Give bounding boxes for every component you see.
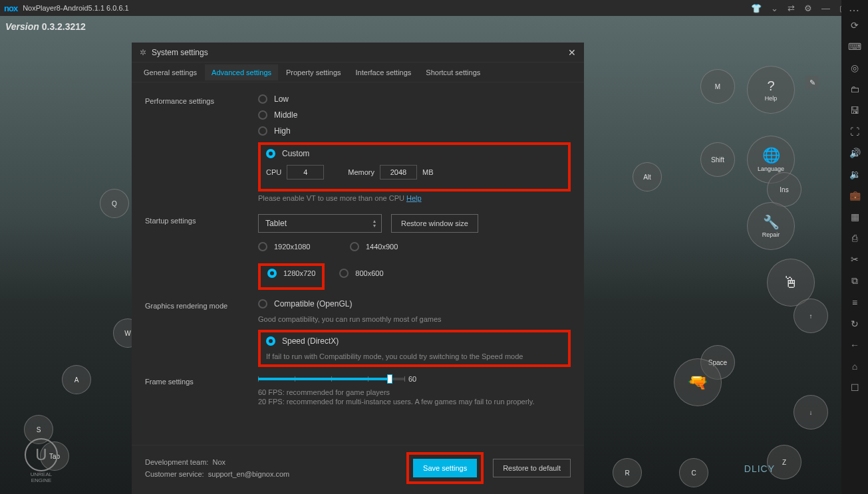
graphics-label: Graphics rendering mode	[145, 299, 258, 370]
gun-wheel[interactable]: 🔫	[674, 358, 722, 406]
tab-advanced[interactable]: Advanced settings	[205, 64, 278, 80]
policy-text: DLICY	[744, 463, 775, 474]
emulator-sidebar: ⋯ ⟳ ⌨ ◎ 🗀 🖫 ⛶ 🔊 🔉 💼 ▦ ⎙ ✂ ⧉ ≡ ↻ ← ⌂ ☐	[841, 0, 868, 494]
arrow-down-key[interactable]: ↓	[794, 395, 828, 430]
volume-up-icon[interactable]: 🔊	[849, 148, 861, 158]
highlight-1280x720: 1280x720	[258, 263, 325, 290]
performance-label: Performance settings	[145, 94, 258, 209]
game-version: Version 0.3.2.3212	[5, 21, 86, 32]
settings-body: Performance settings Low Middle High Cus…	[132, 82, 584, 452]
fps-hint-60: 60 FPS: recommended for game players	[258, 388, 571, 396]
memory-label: Memory	[348, 168, 374, 176]
key-shift[interactable]: Shift	[700, 142, 735, 177]
dialog-title: System settings	[152, 48, 208, 57]
res-800x600[interactable]: 800x600	[339, 263, 383, 283]
key-r[interactable]: R	[613, 458, 642, 487]
memory-unit: MB	[422, 168, 434, 176]
recent-icon[interactable]: ☐	[851, 382, 859, 393]
fps-hint-20: 20 FPS: recommended for multi-instance u…	[258, 398, 571, 406]
graphics-compatible[interactable]: Compatible (OpenGL)	[258, 299, 571, 309]
highlight-speed: Speed (DirectX) If fail to run with Comp…	[258, 330, 571, 367]
service-label: Customer service:	[145, 470, 204, 478]
key-a[interactable]: A	[62, 365, 91, 394]
compat-hint: Good compatibility, you can run smoothly…	[258, 315, 571, 323]
title-bar: nox NoxPlayer8-Android5.1.1 6.0.6.1 👕 ⌄ …	[0, 0, 868, 16]
key-alt[interactable]: Alt	[633, 162, 662, 191]
refresh-icon[interactable]: ↻	[851, 318, 859, 329]
restore-window-size-button[interactable]: Restore window size	[391, 214, 478, 233]
dialog-header: ✲ System settings ✕	[132, 43, 584, 62]
menu-icon[interactable]: ≡	[852, 297, 857, 308]
scissors-icon[interactable]: ✂	[851, 254, 859, 265]
highlight-custom: Custom CPU Memory MB	[258, 142, 571, 191]
key-m[interactable]: M	[700, 69, 735, 104]
key-z[interactable]: Z	[767, 445, 801, 479]
speed-hint: If fail to run with Compatibility mode, …	[266, 352, 563, 360]
apk-icon[interactable]: ⎙	[852, 233, 857, 243]
service-value: support_en@bignox.com	[208, 470, 289, 478]
system-settings-dialog: ✲ System settings ✕ General settings Adv…	[132, 43, 584, 494]
keyboard-icon[interactable]: ⌨	[848, 41, 861, 52]
help-wheel[interactable]: ?Help	[747, 66, 795, 114]
perf-high[interactable]: High	[258, 126, 571, 136]
more-icon[interactable]: ⋯	[849, 4, 860, 17]
perf-custom[interactable]: Custom	[266, 149, 563, 158]
location-icon[interactable]: ◎	[851, 62, 859, 73]
vt-hint: Please enable VT to use more than one CP…	[258, 194, 571, 202]
cpu-label: CPU	[266, 168, 281, 176]
res-1280x720[interactable]: 1280x720	[267, 269, 315, 278]
gear-icon: ✲	[140, 48, 146, 57]
multi-window-icon[interactable]: ⧉	[851, 275, 858, 287]
edit-icon[interactable]: ✎	[805, 76, 819, 89]
minimize-icon[interactable]: —	[821, 3, 830, 13]
startup-label: Startup settings	[145, 214, 258, 290]
res-1440x900[interactable]: 1440x900	[350, 242, 436, 251]
shuffle-icon[interactable]: ⇄	[788, 3, 795, 13]
help-link[interactable]: Help	[406, 194, 422, 202]
emulator-viewport: Version 0.3.2.3212 Q W A S Tab ?Help M ✎…	[0, 16, 841, 494]
tab-interface[interactable]: Interface settings	[356, 68, 412, 76]
team-value: Nox	[213, 458, 226, 466]
tab-general[interactable]: General settings	[144, 68, 197, 76]
unreal-logo: U UNREAL ENGINE	[15, 434, 68, 487]
frame-value: 60	[408, 375, 416, 383]
tab-shortcut[interactable]: Shortcut settings	[426, 68, 480, 76]
perf-middle[interactable]: Middle	[258, 110, 571, 120]
save-icon[interactable]: 🖫	[850, 105, 859, 116]
back-icon[interactable]: ←	[850, 340, 859, 350]
chevron-down-icon[interactable]: ⌄	[771, 3, 778, 13]
frame-slider[interactable]	[258, 378, 404, 380]
chevron-updown-icon: ▴▾	[373, 219, 376, 228]
team-label: Development team:	[145, 458, 208, 466]
tab-property[interactable]: Property settings	[286, 68, 341, 76]
arrow-up-key[interactable]: ↑	[794, 299, 828, 333]
volume-down-icon[interactable]: 🔉	[849, 169, 861, 180]
rotate-icon[interactable]: ⟳	[851, 20, 859, 31]
home-icon[interactable]: ⌂	[852, 361, 857, 372]
tshirt-icon[interactable]: 👕	[751, 3, 762, 13]
fullscreen-icon[interactable]: ⛶	[850, 126, 859, 137]
restore-default-button[interactable]: Restore to default	[493, 459, 571, 477]
perf-low[interactable]: Low	[258, 94, 571, 104]
nox-logo: nox	[4, 3, 17, 13]
graphics-speed[interactable]: Speed (DirectX)	[266, 336, 563, 346]
key-c[interactable]: C	[679, 458, 708, 487]
res-1920x1080[interactable]: 1920x1080	[258, 242, 345, 251]
gear-icon[interactable]: ⚙	[804, 3, 812, 13]
grid-icon[interactable]: ▦	[851, 211, 859, 222]
briefcase-icon[interactable]: 💼	[849, 190, 861, 201]
dialog-footer: Development team: Nox Customer service: …	[132, 445, 584, 494]
save-settings-button[interactable]: Save settings	[413, 459, 477, 477]
folder-icon[interactable]: 🗀	[850, 84, 859, 94]
close-icon[interactable]: ✕	[568, 47, 576, 58]
frame-label: Frame settings	[145, 375, 258, 412]
key-q[interactable]: Q	[100, 189, 129, 218]
highlight-save: Save settings	[406, 452, 484, 484]
memory-input[interactable]	[380, 165, 417, 180]
settings-tabs: General settings Advanced settings Prope…	[132, 62, 584, 82]
window-title: NoxPlayer8-Android5.1.1 6.0.6.1	[23, 4, 751, 12]
cpu-input[interactable]	[287, 165, 324, 180]
startup-mode-select[interactable]: Tablet ▴▾	[258, 214, 382, 233]
repair-wheel[interactable]: 🔧Repair	[747, 202, 795, 250]
